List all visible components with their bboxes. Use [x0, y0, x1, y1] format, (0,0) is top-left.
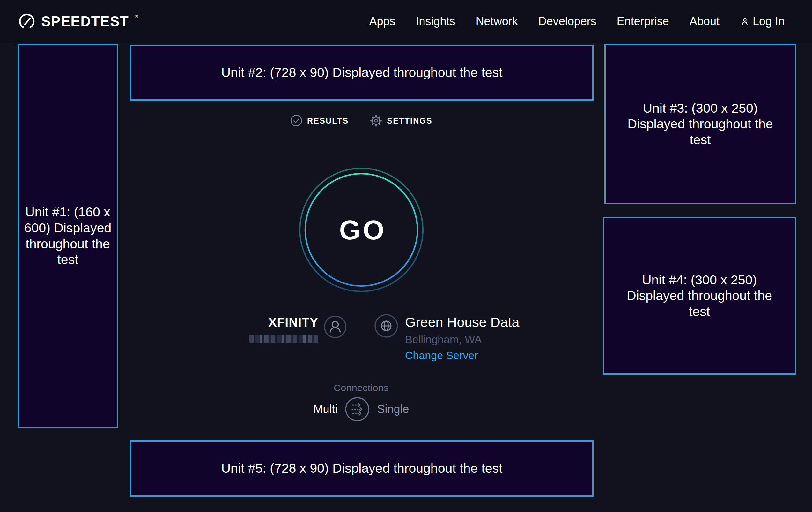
connections-toggle-row: Multi Single [118, 397, 604, 422]
multi-connection-icon[interactable] [344, 397, 370, 422]
main-nav: Apps Insights Network Developers Enterpr… [369, 15, 785, 28]
tab-results[interactable]: RESULTS [290, 114, 349, 127]
speedtest-page: SPEEDTEST ® Apps Insights Network Develo… [0, 0, 812, 512]
speedtest-logo[interactable]: SPEEDTEST ® [18, 12, 138, 31]
tab-settings-label: SETTINGS [387, 116, 433, 126]
logo-wordmark: SPEEDTEST [41, 14, 129, 29]
gauge-logo-icon [18, 12, 36, 31]
check-circle-icon [290, 114, 303, 127]
isp-name: XFINITY [223, 315, 318, 329]
ad-unit-4-label: Unit #4: (300 x 250) Displayed throughou… [624, 272, 775, 320]
ad-unit-5[interactable]: Unit #5: (728 x 90) Displayed throughout… [130, 440, 593, 497]
isp-ip-redacted [250, 334, 318, 343]
ad-unit-2-label: Unit #2: (728 x 90) Displayed throughout… [221, 65, 502, 81]
connections-option-multi[interactable]: Multi [313, 403, 338, 416]
change-server-link[interactable]: Change Server [405, 349, 478, 362]
go-button-label: GO [298, 167, 424, 293]
ad-unit-5-label: Unit #5: (728 x 90) Displayed throughout… [221, 461, 502, 477]
nav-item-about[interactable]: About [690, 15, 720, 28]
nav-item-login[interactable]: Log In [740, 15, 785, 28]
header: SPEEDTEST ® Apps Insights Network Develo… [0, 0, 812, 43]
nav-item-enterprise[interactable]: Enterprise [617, 15, 669, 28]
server-name: Green House Data [405, 315, 520, 330]
gear-icon [370, 114, 382, 127]
ad-unit-3-label: Unit #3: (300 x 250) Displayed throughou… [626, 101, 775, 148]
ad-unit-3[interactable]: Unit #3: (300 x 250) Displayed throughou… [604, 44, 796, 204]
connections-option-single[interactable]: Single [377, 403, 409, 416]
results-settings-tabs: RESULTS [118, 114, 604, 127]
ad-unit-2[interactable]: Unit #2: (728 x 90) Displayed throughout… [130, 45, 593, 101]
ad-unit-1-label: Unit #1: (160 x 600) Displayed throughou… [24, 204, 112, 268]
nav-item-developers[interactable]: Developers [539, 15, 597, 28]
ad-unit-4[interactable]: Unit #4: (300 x 250) Displayed throughou… [603, 217, 796, 375]
tab-results-label: RESULTS [307, 116, 349, 126]
go-button[interactable]: GO [298, 167, 424, 293]
globe-icon [374, 314, 399, 340]
nav-item-network[interactable]: Network [476, 15, 518, 28]
nav-item-apps[interactable]: Apps [369, 15, 395, 28]
connections-label: Connections [118, 382, 604, 393]
ad-unit-1[interactable]: Unit #1: (160 x 600) Displayed throughou… [18, 44, 118, 428]
logo-trademark: ® [135, 14, 138, 19]
user-icon [740, 17, 750, 26]
user-circle-icon [323, 315, 347, 340]
server-location: Bellingham, WA [405, 333, 482, 346]
tab-settings[interactable]: SETTINGS [370, 114, 433, 127]
nav-item-insights[interactable]: Insights [416, 15, 456, 28]
